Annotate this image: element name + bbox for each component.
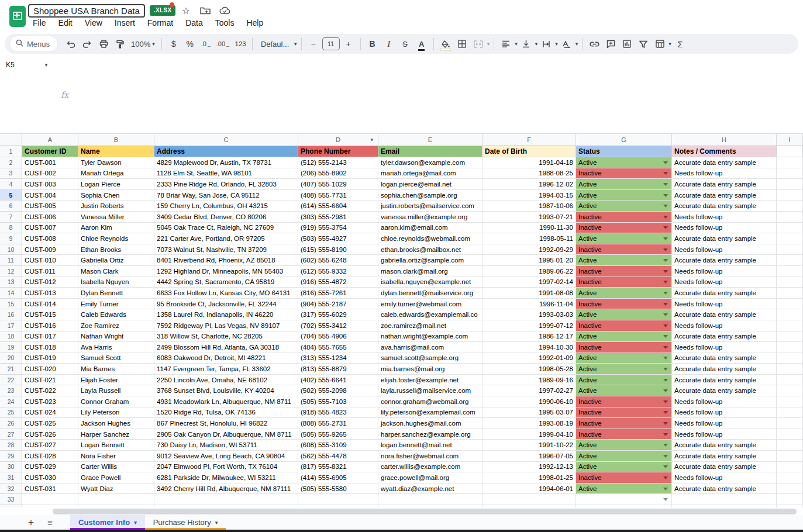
row-header-25[interactable]: 25 xyxy=(0,407,22,419)
cell-dob[interactable]: 1991-10-22 xyxy=(483,440,576,451)
merge-cells-caret[interactable]: ▾ xyxy=(487,41,490,47)
cell-address[interactable]: 221 Carter Ave, Portland, OR 97205 xyxy=(154,233,298,244)
cell-phone[interactable]: (404) 555-7655 xyxy=(298,342,378,353)
cell-notes[interactable]: Needs follow-up xyxy=(672,418,777,429)
cell-address[interactable]: 5045 Oak Trace Ct, Raleigh, NC 27609 xyxy=(154,223,298,234)
status-dropdown-icon[interactable] xyxy=(663,389,668,392)
cell-id[interactable]: CUST-008 xyxy=(22,233,78,244)
cell-phone[interactable]: (502) 555-2098 xyxy=(298,385,378,396)
cell-dob[interactable]: 1993-08-19 xyxy=(483,418,576,429)
cell-address[interactable]: 7592 Ridgeway Pl, Las Vegas, NV 89107 xyxy=(154,320,298,331)
decrease-decimals-button[interactable]: .0← xyxy=(199,36,214,51)
cell-phone[interactable]: (313) 555-1234 xyxy=(298,353,378,364)
cell-status[interactable]: Inactive xyxy=(576,212,672,223)
row-header-13[interactable]: 13 xyxy=(0,277,22,288)
cell-dob[interactable]: 1986-12-17 xyxy=(483,331,576,343)
row-header-32[interactable]: 32 xyxy=(0,483,22,495)
increase-font-size-button[interactable]: + xyxy=(341,36,356,51)
row-header-29[interactable]: 29 xyxy=(0,451,22,462)
row-header-19[interactable]: 19 xyxy=(0,342,22,353)
cell-notes[interactable]: Accurate data entry sample xyxy=(672,190,777,201)
status-dropdown-icon[interactable] xyxy=(663,216,668,219)
cell-phone[interactable]: (916) 555-4872 xyxy=(298,277,378,288)
cell-dob[interactable]: 1993-03-03 xyxy=(483,309,576,320)
cell-phone[interactable]: (817) 555-8321 xyxy=(298,462,378,473)
row-header-21[interactable]: 21 xyxy=(0,364,22,375)
name-box-caret[interactable]: ▾ xyxy=(45,62,48,68)
cell-phone[interactable]: (407) 555-1029 xyxy=(298,179,378,190)
cell-notes[interactable]: Accurate data entry sample xyxy=(672,201,777,212)
cell-id[interactable]: CUST-006 xyxy=(22,212,78,223)
status-dropdown-icon[interactable] xyxy=(663,161,668,164)
cell-status[interactable]: Active xyxy=(576,440,672,451)
cell-id[interactable]: CUST-014 xyxy=(22,299,78,310)
cell-address[interactable]: 159 Cherry Ln, Columbus, OH 43215 xyxy=(154,201,298,212)
cell-address[interactable]: 1520 Ridge Rd, Tulsa, OK 74136 xyxy=(154,407,298,419)
cell-address[interactable]: 4829 Maplewood Dr, Austin, TX 78731 xyxy=(154,157,298,168)
cell-address[interactable]: 4931 Meadowlark Ln, Albuquerque, NM 8711 xyxy=(154,396,298,407)
cell-id[interactable]: CUST-004 xyxy=(22,190,78,201)
cell-notes[interactable]: Needs follow-up xyxy=(672,168,777,179)
cell-notes[interactable]: Needs follow-up xyxy=(672,244,777,255)
cell-notes[interactable]: Accurate data entry sample xyxy=(672,462,777,473)
empty-cell[interactable] xyxy=(777,179,803,190)
empty-cell[interactable] xyxy=(777,429,803,440)
cell-name[interactable]: Mia Barnes xyxy=(78,364,154,375)
cell-phone[interactable]: (602) 555-6248 xyxy=(298,255,378,266)
cell-phone[interactable]: (919) 555-3754 xyxy=(298,223,378,234)
increase-decimals-button[interactable]: .00→ xyxy=(215,36,232,51)
cell-dob[interactable]: 1998-01-25 xyxy=(483,472,576,483)
cell-dob[interactable]: 1994-03-15 xyxy=(483,190,576,201)
cell-address[interactable]: 730 Daisy Ln, Madison, WI 53711 xyxy=(154,440,298,451)
cell-dob[interactable]: 1988-08-25 xyxy=(483,168,576,179)
cell-dob[interactable]: 1995-01-20 xyxy=(483,255,576,266)
empty-cell[interactable] xyxy=(777,277,803,288)
empty-cell[interactable] xyxy=(777,233,803,244)
cell-id[interactable]: CUST-031 xyxy=(22,483,78,495)
zoom-control[interactable]: 100%▾ xyxy=(129,40,157,49)
cell-email[interactable]: mariah.ortega@mail.com xyxy=(378,168,483,179)
cell-id[interactable]: CUST-024 xyxy=(22,407,78,419)
empty-cell[interactable] xyxy=(777,472,803,483)
cell-phone[interactable]: (615) 555-8190 xyxy=(298,244,378,255)
cell-id[interactable]: CUST-023 xyxy=(22,396,78,407)
borders-button[interactable] xyxy=(454,36,470,51)
cloud-status-icon[interactable] xyxy=(219,5,230,16)
cell-email[interactable]: lily.peterson@examplemail.com xyxy=(378,407,483,419)
cell-email[interactable]: ava.harris@mail.com xyxy=(378,342,483,353)
status-dropdown-icon[interactable] xyxy=(663,194,668,197)
status-dropdown-icon[interactable] xyxy=(663,248,668,251)
status-dropdown-icon[interactable] xyxy=(663,237,668,240)
cell-name[interactable]: Tyler Dawson xyxy=(78,157,154,168)
row-header-31[interactable]: 31 xyxy=(0,472,22,483)
status-dropdown-icon[interactable] xyxy=(663,498,668,501)
cell-id[interactable]: CUST-013 xyxy=(22,288,78,299)
cell-notes[interactable]: Accurate data entry sample xyxy=(672,233,777,244)
cell-id[interactable]: CUST-012 xyxy=(22,277,78,288)
cell-email[interactable]: justin.roberts@mailservice.com xyxy=(378,201,483,212)
cell-email[interactable]: elijah.foster@example.net xyxy=(378,375,483,386)
cell-address[interactable]: 1128 Elm St, Seattle, WA 98101 xyxy=(154,168,298,179)
italic-button[interactable]: I xyxy=(381,36,397,51)
cell-phone[interactable]: (816) 555-7261 xyxy=(298,288,378,299)
status-dropdown-icon[interactable] xyxy=(663,465,668,468)
cell-status[interactable]: Active xyxy=(576,179,672,190)
cell-phone[interactable]: (614) 555-6604 xyxy=(298,201,378,212)
field-header-cell[interactable]: Status xyxy=(576,146,672,157)
cell-email[interactable]: layla.russell@mailservice.com xyxy=(378,385,483,396)
paint-format-icon[interactable] xyxy=(112,36,127,51)
cell-phone[interactable]: (512) 555-2143 xyxy=(298,157,378,168)
cell-dob[interactable]: 1992-12-13 xyxy=(483,462,576,473)
cell-address[interactable]: 2499 Blossom Hill Rd, Atlanta, GA 30318 xyxy=(154,342,298,353)
horizontal-align-caret[interactable]: ▾ xyxy=(515,41,518,47)
cell-notes[interactable]: Needs follow-up xyxy=(672,320,777,331)
star-icon[interactable]: ☆ xyxy=(180,5,192,16)
cell-status[interactable]: Active xyxy=(576,462,672,473)
cell-id[interactable]: CUST-003 xyxy=(22,179,78,190)
cell-name[interactable]: Zoe Ramirez xyxy=(78,320,154,331)
create-filter-icon[interactable] xyxy=(636,36,651,51)
cell-dob[interactable]: 1999-04-10 xyxy=(483,429,576,440)
sheet-tab-customer-info[interactable]: Customer Info▾ xyxy=(70,515,145,530)
empty-cell[interactable] xyxy=(777,451,803,462)
field-header-cell[interactable]: Address xyxy=(154,146,298,157)
